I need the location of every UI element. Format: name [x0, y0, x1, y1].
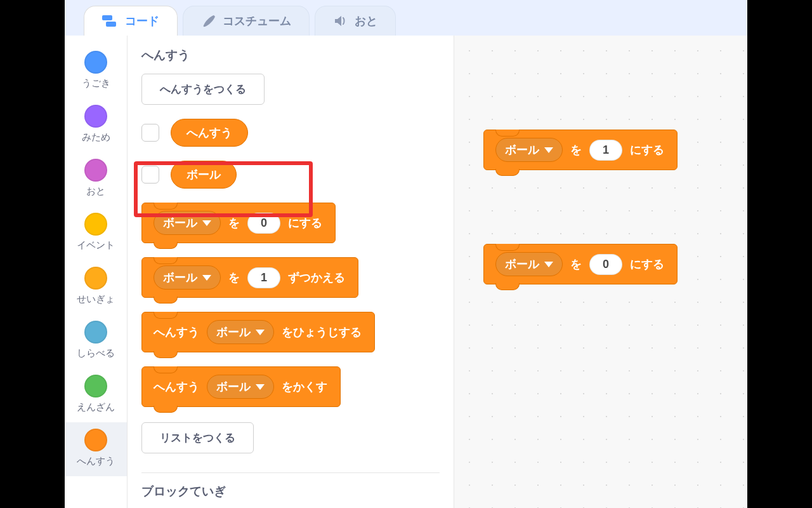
category-circle-control: [84, 267, 107, 290]
block-set-tail: にする: [288, 215, 322, 231]
chevron-down-icon: [256, 384, 265, 390]
category-label-control: せいぎょ: [77, 293, 115, 305]
canvas-b1-tail: にする: [630, 142, 664, 157]
category-sound[interactable]: おと: [65, 152, 127, 206]
tab-sounds[interactable]: おと: [315, 6, 396, 36]
tab-code[interactable]: コード: [84, 6, 178, 36]
block-show-tail: をひょうじする: [282, 324, 362, 340]
category-circle-events: [84, 213, 107, 236]
category-circle-sound: [84, 159, 107, 182]
variable-row-1: ボール: [141, 161, 440, 189]
brush-icon: [201, 14, 216, 28]
blockdef-heading: ブロックていぎ: [141, 483, 440, 500]
variable-reporter-1[interactable]: ボール: [171, 161, 237, 189]
variable-reporter-0[interactable]: へんすう: [171, 119, 248, 147]
category-label-operators: えんざん: [77, 401, 115, 413]
dropdown-set-var[interactable]: ボール: [154, 211, 221, 235]
category-label-variables: へんすう: [77, 455, 115, 467]
block-change-tail: ずつかえる: [288, 270, 345, 285]
block-show-variable[interactable]: へんすう ボール をひょうじする: [141, 312, 375, 352]
variable-reporter-label-1: ボール: [187, 167, 221, 182]
canvas-b2-val[interactable]: 0: [589, 254, 622, 275]
category-circle-motion: [84, 51, 107, 74]
canvas-b1-val[interactable]: 1: [589, 140, 622, 161]
block-hide-tail: をかくす: [282, 379, 327, 394]
canvas-dropdown-2[interactable]: ボール: [495, 252, 563, 276]
dropdown-set-var-label: ボール: [163, 215, 197, 231]
tab-costumes-label: コスチューム: [223, 13, 291, 29]
tab-bar: コード コスチューム おと: [65, 0, 747, 36]
make-list-button[interactable]: リストをつくる: [141, 422, 254, 453]
svg-rect-0: [102, 15, 112, 20]
chevron-down-icon: [202, 220, 211, 226]
block-hide-pre: へんすう: [154, 379, 199, 394]
sound-icon: [333, 14, 348, 28]
block-change-mid: を: [228, 270, 240, 285]
palette-heading: へんすう: [141, 47, 440, 64]
block-hide-variable[interactable]: へんすう ボール をかくす: [141, 366, 341, 407]
chevron-down-icon: [202, 275, 211, 281]
category-label-sensing: しらべる: [77, 347, 115, 359]
category-sensing[interactable]: しらべる: [65, 314, 127, 368]
category-events[interactable]: イベント: [65, 206, 127, 260]
category-variables[interactable]: へんすう: [65, 422, 127, 476]
tab-code-label: コード: [125, 13, 159, 29]
tab-costumes[interactable]: コスチューム: [183, 6, 310, 36]
canvas-b2-mid: を: [570, 257, 582, 272]
variable-monitor-checkbox-0[interactable]: [141, 124, 159, 142]
block-palette: へんすう へんすうをつくる へんすう ボール ボール を: [128, 36, 454, 508]
category-looks[interactable]: みため: [65, 98, 127, 152]
category-label-looks: みため: [82, 131, 110, 144]
dropdown-change-var-label: ボール: [163, 270, 197, 285]
category-label-events: イベント: [77, 239, 115, 251]
category-label-sound: おと: [86, 185, 105, 197]
dropdown-hide-var-label: ボール: [216, 379, 251, 394]
canvas-dropdown-2-label: ボール: [505, 257, 539, 272]
block-show-pre: へんすう: [154, 324, 199, 340]
block-change-variable[interactable]: ボール を 1 ずつかえる: [141, 257, 358, 298]
category-circle-variables: [84, 429, 107, 451]
variable-reporter-label-0: へんすう: [187, 125, 232, 140]
palette-divider: [141, 472, 440, 473]
category-circle-sensing: [84, 321, 107, 344]
chevron-down-icon: [256, 330, 265, 335]
dropdown-show-var-label: ボール: [216, 324, 251, 340]
script-canvas[interactable]: ボール を 1 にする ボール を 0 にする: [454, 36, 747, 508]
category-circle-operators: [84, 375, 107, 398]
variable-monitor-checkbox-1[interactable]: [141, 166, 159, 184]
make-variable-button[interactable]: へんすうをつくる: [141, 74, 265, 105]
variable-row-0: へんすう: [141, 119, 440, 147]
tab-sounds-label: おと: [355, 13, 377, 29]
dropdown-change-var[interactable]: ボール: [154, 265, 221, 290]
block-set-variable[interactable]: ボール を 0 にする: [141, 203, 336, 243]
dropdown-hide-var[interactable]: ボール: [207, 375, 274, 399]
dropdown-show-var[interactable]: ボール: [207, 320, 274, 344]
canvas-dropdown-1-label: ボール: [505, 142, 539, 157]
category-label-motion: うごき: [82, 77, 110, 90]
category-control[interactable]: せいぎょ: [65, 260, 127, 314]
canvas-block-set-2[interactable]: ボール を 0 にする: [483, 244, 678, 284]
block-change-value[interactable]: 1: [247, 267, 280, 288]
chevron-down-icon: [544, 262, 553, 267]
svg-rect-1: [106, 22, 116, 27]
chevron-down-icon: [544, 147, 553, 153]
category-operators[interactable]: えんざん: [65, 368, 127, 422]
category-circle-looks: [84, 105, 107, 128]
category-motion[interactable]: うごき: [65, 44, 127, 98]
block-set-value[interactable]: 0: [247, 213, 280, 234]
canvas-b1-mid: を: [570, 142, 582, 157]
category-rail: うごき みため おと イベント せいぎょ しらべる: [65, 36, 128, 508]
block-set-mid: を: [228, 215, 240, 231]
code-icon: [102, 14, 119, 28]
canvas-dropdown-1[interactable]: ボール: [495, 138, 563, 162]
canvas-b2-tail: にする: [630, 257, 664, 272]
canvas-block-set-1[interactable]: ボール を 1 にする: [483, 130, 678, 170]
